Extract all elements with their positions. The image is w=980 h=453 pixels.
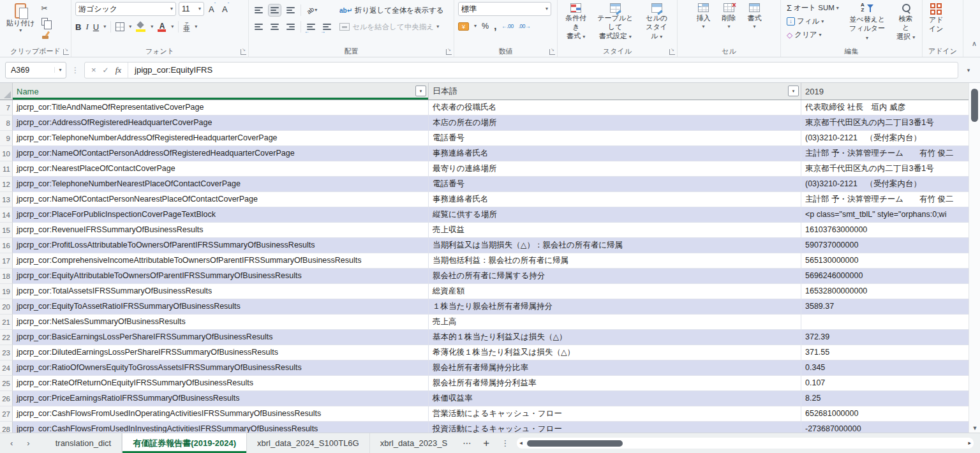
cell-name[interactable]: jpcrp_cor:RevenueIFRSSummaryOfBusinessRe… [13,223,429,238]
row-number[interactable]: 16 [0,238,13,253]
cell-japanese[interactable]: 基本的１株当たり利益又は損失（△） [429,330,801,345]
dialog-launcher-icon[interactable] [446,49,452,55]
comma-style-button[interactable]: , [494,20,496,31]
number-format-select[interactable]: 標準 ▾ [458,2,551,16]
clear-button[interactable]: ◇クリア▾ [785,29,841,40]
cell-name[interactable]: jpcrp_cor:CashFlowsFromUsedInOperatingAc… [13,406,429,422]
borders-button[interactable] [115,22,124,31]
cell-2019[interactable]: (03)3210-2121 （受付案内台） [801,131,969,146]
cell-name[interactable]: jpcrp_cor:NetSalesSummaryOfBusinessResul… [13,315,429,330]
row-number[interactable]: 7 [0,100,13,115]
cell-2019[interactable]: 8.25 [801,391,969,406]
cell-2019[interactable]: -273687000000 [801,422,969,433]
cell-japanese[interactable]: １株当たり親会社所有者帰属持分 [429,299,801,315]
delete-cells-button[interactable]: 削除 ▾ [720,2,739,47]
tabbar-splitter[interactable]: ⋮ [496,433,514,453]
sheet-nav-left-button[interactable]: ‹ [10,438,13,448]
fill-color-button[interactable] [136,22,146,32]
cell-2019[interactable]: 東京都千代田区丸の内二丁目3番1号 [801,161,969,177]
increase-decimal-button[interactable]: ←.00 [501,23,513,29]
dialog-launcher-icon[interactable] [549,49,555,55]
row-number[interactable]: 23 [0,345,13,360]
filter-button-name[interactable]: ▾ [415,85,426,96]
cell-2019[interactable]: 5696246000000 [801,269,969,284]
sheet-tab-translation-dict[interactable]: translation_dict [45,433,122,453]
format-painter-button[interactable] [41,30,52,40]
cell-name[interactable]: jpcrp_cor:TelephoneNumberNearestPlaceOfC… [13,177,429,192]
cell-name[interactable]: jpcrp_cor:RateOfReturnOnEquityIFRSSummar… [13,376,429,391]
cell-2019[interactable]: 0.345 [801,360,969,376]
row-number[interactable]: 25 [0,376,13,391]
cell-2019[interactable]: 652681000000 [801,406,969,422]
row-number[interactable]: 11 [0,161,13,177]
cell-2019[interactable]: (03)3210-2121 （受付案内台） [801,177,969,192]
copy-button[interactable]: ▾ [41,17,52,27]
cell-name[interactable]: jpcrp_cor:ProfitLossAttributableToOwners… [13,238,429,253]
font-color-button[interactable]: A [158,22,167,32]
column-header-japanese[interactable]: 日本語 ▾ [429,83,801,100]
hscroll-right-button[interactable]: ▸ [968,440,971,446]
cut-button[interactable]: ✂ [41,3,52,13]
dialog-launcher-icon[interactable] [669,49,675,55]
cell-2019[interactable] [801,315,969,330]
row-number[interactable]: 13 [0,192,13,207]
cell-2019[interactable]: 主計部 予・決算管理チーム 有竹 俊二 [801,192,969,207]
font-name-select[interactable]: 游ゴシック ▾ [75,2,176,16]
cell-japanese[interactable]: 投資活動によるキャッシュ・フロー [429,422,801,433]
sheet-tab-xbrl-2024[interactable]: xbrl_data_2024_S100TL6G [247,433,370,453]
cell-2019[interactable]: 0.107 [801,376,969,391]
autosum-button[interactable]: Σオート SUM▾ [785,3,841,13]
cell-japanese[interactable]: 当期利益又は当期損失（△）：親会社の所有者に帰属 [429,238,801,253]
cell-japanese[interactable]: 代表者の役職氏名 [429,100,801,115]
cell-japanese[interactable]: 親会社所有者帰属持分利益率 [429,376,801,391]
filter-button-japanese[interactable]: ▾ [788,85,799,96]
merge-center-button[interactable]: セルを結合して中央揃え ▾ [339,22,439,32]
cell-2019[interactable]: 371.55 [801,345,969,360]
cell-name[interactable]: jpcrp_cor:TitleAndNameOfRepresentativeCo… [13,100,429,115]
cell-japanese[interactable]: 本店の所在の場所 [429,115,801,131]
decrease-decimal-button[interactable]: .00→ [519,23,530,29]
decrease-indent-button[interactable]: ← [305,21,317,33]
row-number[interactable]: 26 [0,391,13,406]
cell-name[interactable]: jpcrp_cor:RatioOfOwnersEquityToGrossAsse… [13,360,429,376]
cell-name[interactable]: jpcrp_cor:ComprehensiveIncomeAttributabl… [13,253,429,269]
phonetic-button[interactable]: ア亜 [183,22,190,33]
scroll-down-button[interactable]: ▼ [969,425,980,431]
cell-2019[interactable]: 565130000000 [801,253,969,269]
sheet-tab-xbrl-2023[interactable]: xbrl_data_2023_S [370,433,458,453]
column-header-name[interactable]: Name ▾ [13,83,429,100]
add-sheet-button[interactable]: + [477,433,496,453]
italic-button[interactable]: I [85,22,88,32]
name-box-splitter[interactable]: ⋮ [70,66,80,75]
more-sheets-button[interactable]: ⋯ [457,433,477,453]
cell-2019[interactable]: 主計部 予・決算管理チーム 有竹 俊二 [801,146,969,161]
align-center-button[interactable] [269,21,281,33]
collapse-ribbon-button[interactable]: ∧ [963,0,980,57]
name-box[interactable]: A369 ▾ [5,62,66,78]
increase-indent-button[interactable]: → [321,21,333,33]
sort-filter-button[interactable]: AZ 並べ替えとフィルター ▾ [846,2,888,47]
row-number[interactable]: 20 [0,299,13,315]
cell-name[interactable]: jpcrp_cor:EquityAttributableToOwnersOfPa… [13,269,429,284]
row-number[interactable]: 27 [0,406,13,422]
cell-name[interactable]: jpcrp_cor:TotalAssetsIFRSSummaryOfBusine… [13,284,429,299]
enter-button[interactable]: ✓ [103,66,109,75]
cell-japanese[interactable]: 事務連絡者氏名 [429,192,801,207]
cancel-button[interactable]: × [91,65,96,75]
cell-name[interactable]: jpcrp_cor:NearestPlaceOfContactCoverPage [13,161,429,177]
cell-japanese[interactable]: 株価収益率 [429,391,801,406]
cell-japanese[interactable]: 当期包括利益：親会社の所有者に帰属 [429,253,801,269]
cell-2019[interactable]: 3589.37 [801,299,969,315]
vertical-scrollbar[interactable]: ▼ [969,83,980,433]
align-middle-button[interactable] [269,4,281,16]
align-top-button[interactable] [253,4,265,16]
hscroll-left-button[interactable]: ◂ [519,440,523,446]
column-header-2019[interactable]: 2019 [801,83,969,100]
addins-button[interactable]: アドイン [926,2,946,47]
cell-2019[interactable]: <p class="smt_tblL" style="orphans:0;wi [801,207,969,223]
cell-name[interactable]: jpcrp_cor:NameOfContactPersonNearestPlac… [13,192,429,207]
cell-japanese[interactable]: 親会社の所有者に帰属する持分 [429,269,801,284]
row-number[interactable]: 10 [0,146,13,161]
cell-japanese[interactable]: 縦覧に供する場所 [429,207,801,223]
row-number[interactable]: 24 [0,360,13,376]
